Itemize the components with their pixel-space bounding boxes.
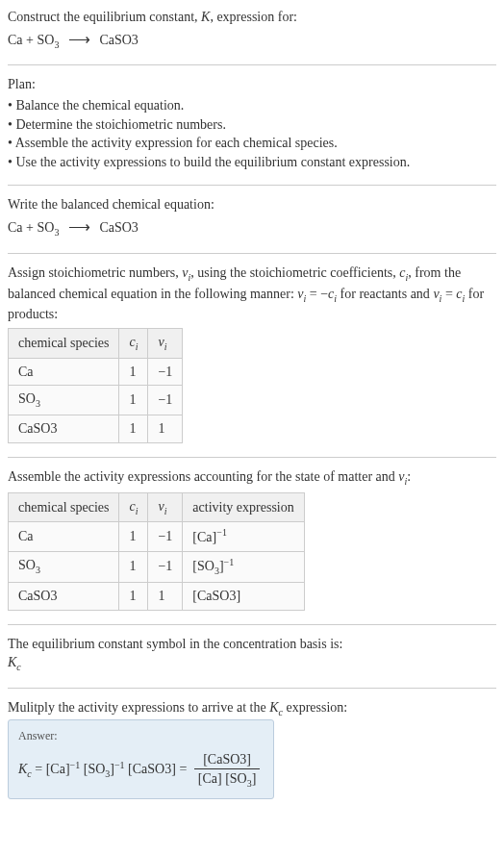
arrow-icon: ⟶	[68, 216, 90, 238]
text: = −	[306, 287, 328, 301]
answer-expression: Kc = [Ca]−1 [SO3]−1 [CaSO3] = [CaSO3][Ca…	[18, 750, 264, 791]
cell: −1	[148, 522, 183, 551]
text: Mulitply the activity expressions to arr…	[8, 700, 269, 715]
cell: CaSO3	[9, 415, 119, 443]
divider	[8, 64, 496, 65]
th-activity: activity expression	[183, 492, 304, 522]
so3-sub: 3	[54, 227, 59, 238]
table-header-row: chemical species ci νi	[9, 328, 183, 358]
text: =	[441, 287, 456, 301]
table-row: CaSO311	[9, 415, 183, 443]
divider	[8, 624, 496, 625]
species-ca: Ca	[8, 220, 23, 235]
text: :	[407, 469, 411, 484]
plan-title: Plan:	[8, 75, 496, 94]
cell: Ca	[9, 522, 119, 551]
sub: 3	[247, 778, 252, 789]
c-sub: c	[16, 662, 20, 672]
ksym-intro: The equilibrium constant symbol in the c…	[8, 635, 496, 654]
table-row: Ca1−1	[9, 358, 183, 386]
stoich-table: chemical species ci νi Ca1−1 SO31−1 CaSO…	[8, 328, 183, 443]
cell: 1	[148, 583, 183, 611]
so3-sub: 3	[36, 565, 40, 575]
species-so3: SO	[37, 220, 54, 235]
K: K	[269, 700, 278, 715]
answer-label: Answer:	[18, 728, 264, 744]
stoich-intro: Assign stoichiometric numbers, νi, using…	[8, 264, 496, 324]
eq: =	[176, 762, 190, 776]
so3: SO	[18, 391, 36, 406]
K-symbol: K	[201, 10, 210, 24]
balanced-intro: Write the balanced chemical equation:	[8, 195, 496, 214]
cell: SO3	[9, 386, 119, 415]
sup: −1	[114, 759, 125, 769]
cell: Ca	[9, 358, 119, 386]
divider	[8, 253, 496, 254]
multiply-section: Mulitply the activity expressions to arr…	[8, 698, 496, 799]
th-ci: ci	[119, 492, 148, 522]
equation-unbalanced: Ca + SO3 ⟶ CaSO3	[8, 29, 496, 52]
cell: [CaSO3]	[183, 583, 304, 611]
plus: +	[23, 220, 38, 235]
text: Assemble the activity expressions accoun…	[8, 469, 398, 484]
cell: 1	[119, 551, 148, 582]
divider	[8, 185, 496, 186]
divider	[8, 457, 496, 458]
text: , using the stoichiometric coefficients,	[190, 265, 399, 280]
arrow-icon: ⟶	[68, 29, 90, 50]
plan-item: Balance the chemical equation.	[8, 96, 496, 115]
th-nui: νi	[148, 492, 183, 522]
species-so3: SO	[37, 33, 54, 47]
sup: −1	[70, 759, 81, 769]
table-row: SO31−1	[9, 386, 183, 415]
species-caso3: CaSO3	[99, 220, 138, 235]
plan-item: Determine the stoichiometric numbers.	[8, 115, 496, 135]
divider	[8, 688, 496, 689]
balanced-section: Write the balanced chemical equation: Ca…	[8, 195, 496, 239]
term1: [Ca]	[46, 762, 70, 776]
K: K	[18, 762, 27, 776]
table-row: SO3 1 −1 [SO3]−1	[9, 551, 305, 582]
cell: [Ca]−1	[183, 522, 304, 551]
denominator: [Ca] [SO3]	[194, 769, 261, 791]
so3: SO	[18, 558, 36, 572]
so3-sub: 3	[54, 38, 59, 49]
plan-item: Use the activity expressions to build th…	[8, 153, 496, 172]
plan-item: Assemble the activity expression for eac…	[8, 134, 496, 153]
cell: 1	[119, 386, 148, 415]
cell: −1	[148, 358, 183, 386]
i-sub: i	[136, 341, 139, 352]
kc-symbol: Kc	[8, 653, 496, 674]
th-species: chemical species	[9, 492, 119, 522]
activity-intro: Assemble the activity expressions accoun…	[8, 467, 496, 489]
text: Assign stoichiometric numbers,	[8, 265, 182, 280]
equation-balanced: Ca + SO3 ⟶ CaSO3	[8, 216, 496, 239]
answer-box: Answer: Kc = [Ca]−1 [SO3]−1 [CaSO3] = [C…	[8, 719, 274, 799]
K: K	[8, 655, 16, 669]
so3-sub: 3	[36, 398, 40, 409]
sub: 3	[214, 566, 219, 576]
plus: +	[23, 33, 38, 47]
th-nui: νi	[148, 328, 183, 358]
ae-sup: −1	[224, 557, 235, 567]
ae-base: [SO3]	[192, 559, 223, 573]
prompt-text-1: Construct the equilibrium constant,	[8, 10, 201, 24]
i-sub: i	[164, 505, 167, 516]
mult-intro: Mulitply the activity expressions to arr…	[8, 698, 496, 719]
cell: 1	[119, 583, 148, 611]
ae-sup: −1	[216, 527, 227, 538]
term2: [SO3]	[84, 762, 114, 776]
ksym-section: The equilibrium constant symbol in the c…	[8, 635, 496, 674]
stoich-section: Assign stoichiometric numbers, νi, using…	[8, 264, 496, 443]
cell: −1	[148, 386, 183, 415]
cell: [SO3]−1	[183, 551, 304, 582]
text: expression:	[283, 700, 347, 715]
ae-base: [Ca]	[192, 530, 216, 544]
cell: 1	[148, 415, 183, 443]
term3: [CaSO3]	[128, 762, 176, 776]
text: for reactants and	[337, 287, 433, 301]
prompt-text-2: , expression for:	[210, 10, 297, 24]
plan-list: Balance the chemical equation. Determine…	[8, 96, 496, 171]
cell: SO3	[9, 551, 119, 582]
cell: −1	[148, 551, 183, 582]
